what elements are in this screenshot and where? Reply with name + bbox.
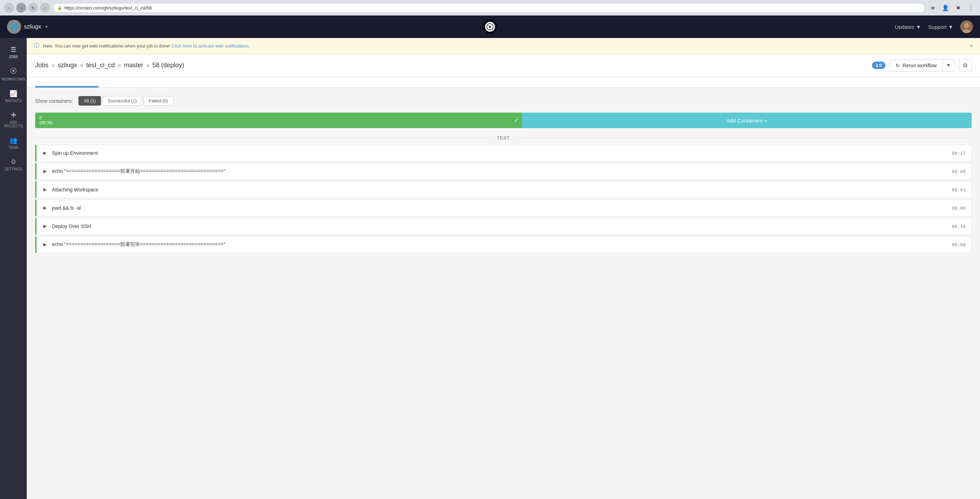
sidebar-item-jobs[interactable]: ☰ JOBS (0, 41, 27, 63)
sidebar: ☰ JOBS WORKFLOWS 📈 INSIGHTS ✚ ADD PROJEC… (0, 38, 27, 499)
sidebar-item-settings[interactable]: ⚙ SETTINGS (0, 154, 27, 175)
support-link[interactable]: Support ▼ (928, 24, 953, 30)
add-containers-button[interactable]: Add Containers + (522, 113, 972, 128)
circleci-logo-svg (487, 23, 493, 30)
step-row-step-5[interactable]: ► Deploy Over SSH 00:18 (35, 218, 972, 235)
bookmark-button[interactable]: ★ (928, 3, 938, 13)
tab-bar (27, 77, 980, 88)
filter-successful-button[interactable]: Successful (1) (102, 96, 142, 105)
org-dropdown-button[interactable]: ▾ (45, 24, 48, 29)
breadcrumb-branch[interactable]: master (124, 62, 143, 69)
add-containers-label: Add Containers + (726, 118, 767, 124)
step-time: 00:00 (952, 206, 966, 211)
step-name: Spin up Environment (52, 150, 952, 156)
top-nav-right: Updates ▼ Support ▼ (867, 21, 973, 33)
menu-button[interactable]: ⋮ (966, 3, 976, 13)
notification-link[interactable]: Click here to activate web notifications… (172, 43, 250, 49)
step-time: 00:17 (952, 151, 966, 156)
step-expand-button[interactable]: ► (42, 223, 48, 230)
sidebar-item-team-label: TEAM (8, 146, 18, 150)
app-wrapper: 🌐 szliugx ▾ Updates ▼ Support (0, 16, 980, 499)
browser-chrome: ← → ↻ ⌂ 🔒 https://circleci.com/gh/szliug… (0, 0, 980, 16)
step-expand-button[interactable]: ► (42, 187, 48, 193)
notification-close-button[interactable]: × (970, 43, 973, 49)
sidebar-item-settings-label: SETTINGS (5, 167, 22, 171)
add-projects-icon: ✚ (11, 111, 16, 119)
lock-icon: 🔒 (57, 6, 62, 10)
step-expand-button[interactable]: ► (42, 150, 48, 156)
forward-button[interactable]: → (16, 3, 26, 13)
breadcrumb-sep-1: » (51, 62, 55, 69)
team-icon: 👥 (10, 137, 17, 144)
url-text: https://circleci.com/gh/szliugx/test_ci_… (64, 5, 152, 11)
sidebar-item-insights-label: INSIGHTS (5, 99, 21, 103)
sidebar-item-add-projects[interactable]: ✚ ADD PROJECTS (0, 107, 27, 132)
container-time: (00:38) (40, 120, 53, 125)
org-name: szliugx (24, 24, 41, 30)
top-nav: 🌐 szliugx ▾ Updates ▼ Support (0, 16, 980, 38)
steps-list: ► Spin up Environment 00:17 ► echo "====… (35, 145, 972, 253)
sidebar-item-team[interactable]: 👥 TEAM (0, 132, 27, 154)
home-button[interactable]: ⌂ (40, 3, 50, 13)
test-divider-right (515, 137, 972, 138)
breadcrumb-project[interactable]: test_ci_cd (86, 62, 115, 69)
updates-dropdown-icon: ▼ (916, 24, 921, 30)
user-avatar-image (960, 21, 973, 33)
breadcrumb-org[interactable]: szliugx (58, 62, 77, 69)
step-row-step-1[interactable]: ► Spin up Environment 00:17 (35, 145, 972, 161)
container-id: 0 (40, 115, 53, 120)
step-row-step-4[interactable]: ► pwd && ls -al 00:00 (35, 199, 972, 217)
step-name: Attaching Workspace (52, 187, 952, 193)
extension-button[interactable]: ■ (953, 3, 963, 13)
step-time: 00:00 (952, 242, 966, 247)
breadcrumb-sep-2: » (80, 62, 83, 69)
step-name: pwd && ls -al (52, 205, 952, 211)
step-row-step-6[interactable]: ► echo "===================部署完毕=========… (35, 236, 972, 253)
sidebar-item-insights[interactable]: 📈 INSIGHTS (0, 86, 27, 107)
step-time: 00:01 (952, 187, 966, 193)
step-time: 00:18 (952, 224, 966, 229)
filter-failed-button[interactable]: Failed (0) (143, 96, 173, 105)
step-expand-button[interactable]: ► (42, 205, 48, 211)
step-expand-button[interactable]: ► (42, 241, 48, 248)
breadcrumb-sep-4: » (146, 62, 150, 69)
filter-all-button[interactable]: All (1) (78, 96, 101, 105)
test-section-header: TEST (35, 135, 972, 140)
breadcrumb-sep-3: » (118, 62, 121, 69)
sidebar-item-workflows[interactable]: WORKFLOWS (0, 63, 27, 86)
step-time: 00:00 (952, 169, 966, 174)
step-expand-button[interactable]: ► (42, 168, 48, 175)
page-settings-button[interactable]: ⚙ (959, 59, 972, 72)
user-avatar[interactable] (960, 21, 973, 33)
back-button[interactable]: ← (4, 3, 14, 13)
top-nav-left: 🌐 szliugx ▾ (7, 20, 113, 34)
container-info: 0 (00:38) (40, 115, 53, 125)
tab-1[interactable] (35, 77, 99, 88)
step-row-step-2[interactable]: ► echo "===================部署开始=========… (35, 163, 972, 180)
updates-label: Updates (895, 24, 915, 30)
svg-point-6 (12, 70, 14, 72)
circleci-logo (483, 20, 497, 34)
address-bar[interactable]: 🔒 https://circleci.com/gh/szliugx/test_c… (53, 3, 925, 13)
rerun-icon: ↻ (896, 63, 900, 68)
profile-button[interactable]: 👤 (940, 3, 950, 13)
main-layout: ☰ JOBS WORKFLOWS 📈 INSIGHTS ✚ ADD PROJEC… (0, 38, 980, 499)
svg-point-3 (964, 23, 969, 28)
rerun-dropdown-button[interactable]: ▼ (942, 59, 955, 72)
sidebar-item-jobs-label: JOBS (9, 55, 18, 59)
container-used: 0 (00:38) ✓ (35, 113, 522, 128)
reload-button[interactable]: ↻ (28, 3, 38, 13)
org-avatar: 🌐 (7, 20, 21, 34)
header-right: 2.0 ↻ Rerun workflow ▼ ⚙ (872, 59, 972, 72)
containers-header: Show containers: All (1) Successful (1) … (35, 96, 972, 105)
step-name: Deploy Over SSH (52, 223, 952, 229)
rerun-workflow-button[interactable]: ↻ Rerun workflow (889, 59, 942, 72)
tab-2[interactable] (99, 77, 134, 88)
breadcrumb-jobs[interactable]: Jobs (35, 62, 49, 69)
page-header: Jobs » szliugx » test_ci_cd » master » 5… (27, 54, 980, 77)
step-row-step-3[interactable]: ► Attaching Workspace 00:01 (35, 181, 972, 198)
workflows-icon-svg (10, 67, 17, 74)
updates-link[interactable]: Updates ▼ (895, 24, 921, 30)
step-name: echo "===================部署完毕===========… (52, 241, 952, 248)
support-label: Support (928, 24, 947, 30)
